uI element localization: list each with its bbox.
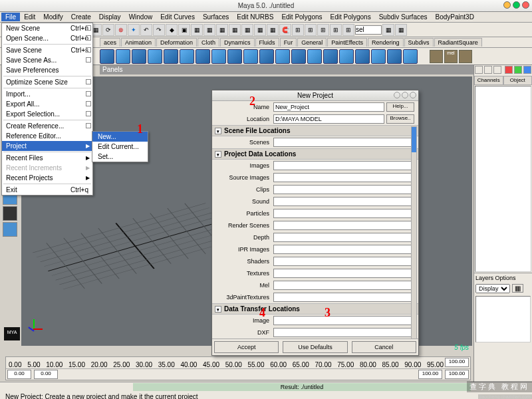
shelf-cube-icon[interactable] (371, 49, 386, 64)
timeline[interactable]: 0.005.0010.0015.0020.0025.0030.0035.0040… (5, 356, 471, 380)
menu-bodypaint[interactable]: BodyPaint3D (432, 13, 478, 21)
maximize-icon[interactable] (513, 1, 520, 9)
section-project-data[interactable]: ▾Project Data Locations (212, 148, 418, 160)
scrollbar-thumb[interactable] (412, 127, 416, 152)
tool-icon[interactable]: ▦ (203, 24, 215, 36)
section-scene-file[interactable]: ▾Scene File Locations (212, 125, 418, 136)
shelf-cube-icon[interactable] (259, 49, 274, 64)
shaders-input[interactable] (273, 257, 414, 266)
tool-icon[interactable]: ▦ (241, 24, 253, 36)
tool-icon[interactable]: ⊗ (115, 24, 127, 36)
shelf-cube-icon[interactable] (100, 49, 114, 64)
tool-icon[interactable]: ⟳ (102, 24, 114, 36)
rpanel-icon[interactable] (514, 66, 522, 74)
submenu-set[interactable]: Set... (92, 152, 148, 162)
frame-end[interactable]: 100.00 (445, 358, 469, 367)
menu-save-scene-as[interactable]: Save Scene As... (2, 55, 92, 65)
sourceimages-input[interactable] (273, 173, 414, 182)
tab-object[interactable]: Object (503, 76, 533, 85)
shelf-cube-icon[interactable] (132, 49, 146, 64)
location-input[interactable] (273, 114, 384, 124)
shelf-tab[interactable]: Rendering (368, 38, 404, 47)
shelf-cube-icon[interactable] (291, 49, 306, 64)
menu-surfaces[interactable]: Surfaces (199, 13, 233, 21)
rpanel-icon[interactable] (493, 66, 501, 74)
shelf-end-icon[interactable] (459, 50, 472, 63)
menu-editpolygons[interactable]: Edit Polygons (277, 13, 326, 21)
shelf-cube-icon[interactable] (227, 49, 242, 64)
shelf-cube-icon[interactable] (387, 49, 402, 64)
textures-input[interactable] (273, 269, 414, 278)
menu-exit[interactable]: ExitCtrl+q (2, 185, 92, 195)
use-defaults-button[interactable]: Use Defaults (283, 341, 347, 353)
menu-file[interactable]: File (1, 13, 20, 21)
clips-input[interactable] (273, 185, 414, 194)
shelf-tab[interactable]: Subdivs (404, 38, 434, 47)
range-end[interactable]: 100.00 (418, 370, 442, 379)
shelf-cube-icon[interactable] (403, 49, 418, 64)
collapse-icon[interactable]: ▾ (215, 151, 221, 158)
menu-recent-files[interactable]: Recent Files▶ (2, 153, 92, 163)
tool-icon[interactable]: ▣ (178, 24, 190, 36)
shelf-tab[interactable]: Fur (280, 38, 297, 47)
shelf-tab[interactable]: Deformation (156, 38, 197, 47)
shelf-end-icon[interactable] (430, 50, 443, 63)
tool-icon[interactable]: ⊞ (292, 24, 304, 36)
menu-export-all[interactable]: Export All... (2, 99, 92, 109)
shelf-cube-icon[interactable] (180, 49, 194, 64)
sel-input[interactable] (355, 25, 382, 35)
menu-create-ref[interactable]: Create Reference... (2, 121, 92, 131)
menu-editnurbs[interactable]: Edit NURBS (233, 13, 277, 21)
shelf-tab[interactable]: Dynamics (220, 38, 255, 47)
menu-import[interactable]: Import... (2, 89, 92, 99)
image-input[interactable] (273, 316, 414, 325)
toolbox-icon[interactable] (3, 222, 17, 237)
shelf-cube-icon[interactable] (355, 49, 370, 64)
dialog-max-icon[interactable] (402, 92, 408, 98)
shelf-cube-icon[interactable] (116, 49, 130, 64)
accept-button[interactable]: Accept (214, 341, 279, 353)
sound-input[interactable] (273, 197, 414, 206)
renderscenes-input[interactable] (273, 221, 414, 230)
collapse-icon[interactable]: ▾ (215, 128, 221, 134)
menu-create[interactable]: Create (67, 13, 95, 21)
shelf-cube-icon[interactable] (196, 49, 210, 64)
dialog-close-icon[interactable] (410, 92, 416, 98)
tab-channels[interactable]: Channels (474, 76, 503, 85)
shelf-cube-icon[interactable] (307, 49, 322, 64)
tool-icon[interactable]: ⊞ (317, 24, 329, 36)
tool-icon[interactable]: ▦ (216, 24, 228, 36)
tool-icon[interactable]: ▦ (191, 24, 203, 36)
shelf-tab[interactable]: General (297, 38, 327, 47)
shelf-cube-icon[interactable] (243, 49, 258, 64)
dxf-input[interactable] (273, 328, 414, 337)
shelf-tab[interactable]: Cloth (198, 38, 219, 47)
tool-icon[interactable]: ⊞ (305, 24, 317, 36)
panels-header[interactable]: Panels (100, 65, 532, 74)
dialog-titlebar[interactable]: New Project (212, 90, 418, 101)
menu-editcurves[interactable]: Edit Curves (156, 13, 199, 21)
range-start[interactable]: 0.00 (7, 370, 31, 379)
display-select[interactable]: Display (475, 284, 510, 293)
tool-icon[interactable]: ◆ (166, 24, 178, 36)
tool-icon[interactable]: ▦ (254, 24, 266, 36)
mel-input[interactable] (273, 281, 414, 290)
menu-optimize[interactable]: Optimize Scene Size (2, 77, 92, 87)
shelf-cube-icon[interactable] (148, 49, 162, 64)
shelf-tab[interactable]: Fluids (255, 38, 279, 47)
help-button[interactable]: Help... (386, 102, 414, 112)
close-icon[interactable] (522, 1, 529, 9)
tool-icon[interactable]: ▦ (267, 24, 279, 36)
menu-new-scene[interactable]: New SceneCtrl+n (2, 23, 92, 33)
shelf-tab[interactable]: PaintEffects (327, 38, 367, 47)
browse-button[interactable]: Browse.. (386, 114, 414, 124)
menu-edit[interactable]: Edit (20, 13, 39, 21)
menu-open-scene[interactable]: Open Scene...Ctrl+o (2, 33, 92, 43)
depth-input[interactable] (273, 233, 414, 242)
shelf-tab[interactable]: RadiantSquare (434, 38, 482, 47)
shelf-mel-icon[interactable]: mel (444, 50, 458, 63)
particles-input[interactable] (273, 209, 414, 218)
rpanel-icon[interactable] (475, 66, 483, 74)
shelf-cube-icon[interactable] (323, 49, 338, 64)
cancel-button[interactable]: Cancel (352, 341, 416, 353)
